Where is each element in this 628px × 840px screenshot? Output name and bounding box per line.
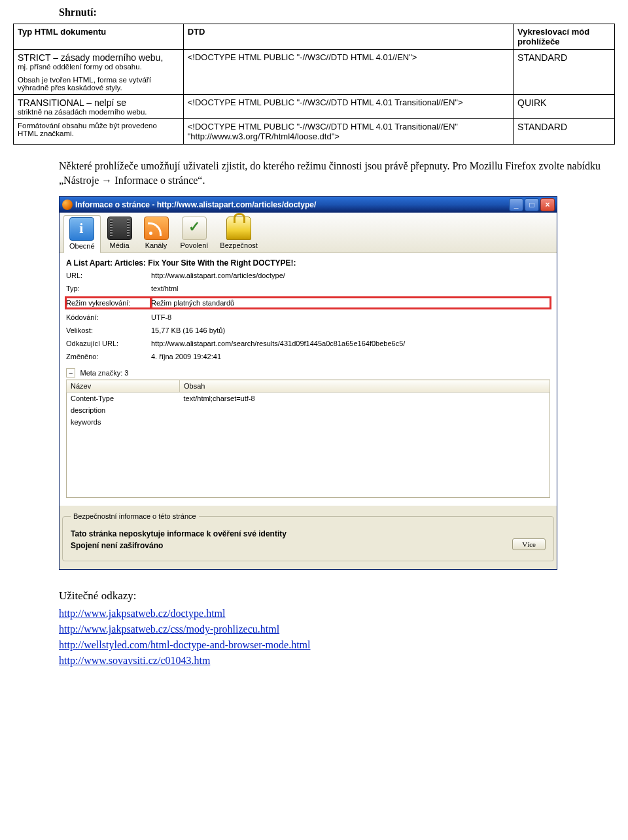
summary-table: Typ HTML dokumentu DTD Vykreslovací mód … bbox=[13, 24, 615, 145]
meta-name: description bbox=[67, 404, 180, 416]
meta-row[interactable]: description bbox=[67, 404, 550, 416]
filmstrip-icon bbox=[107, 217, 132, 240]
th-mode: Vykreslovací mód prohlížeče bbox=[514, 24, 615, 50]
referrer-value: http://www.alistapart.com/search/results… bbox=[151, 340, 550, 347]
security-identity-line: Tato stránka neposkytuje informace k ově… bbox=[71, 529, 512, 538]
meta-content bbox=[180, 416, 550, 428]
meta-table: Název Obsah Content-Type text/html;chars… bbox=[66, 379, 550, 498]
pageinfo-dialog: Informace o stránce - http://www.alistap… bbox=[59, 196, 557, 570]
link-4[interactable]: http://www.sovavsiti.cz/c01043.htm bbox=[59, 655, 615, 667]
close-button[interactable]: × bbox=[540, 198, 555, 211]
row2-type-sub1: striktně na zásadách moderního webu. bbox=[18, 108, 179, 116]
more-button[interactable]: Více bbox=[512, 538, 546, 550]
encoding-label: Kódování: bbox=[66, 313, 151, 321]
modified-value: 4. října 2009 19:42:41 bbox=[151, 353, 550, 360]
meta-header-row: Název Obsah bbox=[67, 380, 550, 393]
referrer-label: Odkazující URL: bbox=[66, 340, 151, 347]
meta-row[interactable]: keywords bbox=[67, 416, 550, 428]
security-legend: Bezpečnostní informace o této stránce bbox=[71, 512, 199, 520]
tab-feeds-label: Kanály bbox=[145, 241, 167, 249]
titlebar[interactable]: Informace o stránce - http://www.alistap… bbox=[60, 197, 557, 213]
tab-security-label: Bezpečnost bbox=[220, 241, 257, 249]
body-paragraph: Některé prohlížeče umožňují uživateli zj… bbox=[59, 159, 615, 187]
meta-content bbox=[180, 404, 550, 416]
meta-content: text/html;charset=utf-8 bbox=[180, 393, 550, 405]
row3-type-sub1: Formátování obsahu může být provedeno HT… bbox=[18, 122, 179, 137]
table-header-row: Typ HTML dokumentu DTD Vykreslovací mód … bbox=[14, 24, 615, 50]
meta-empty-space bbox=[67, 428, 550, 498]
link-2[interactable]: http://www.jakpsatweb.cz/css/mody-prohli… bbox=[59, 623, 615, 635]
meta-th-content[interactable]: Obsah bbox=[180, 380, 550, 393]
tab-permissions-label: Povolení bbox=[181, 241, 209, 249]
table-row: TRANSITIONAL – nelpí se striktně na zása… bbox=[14, 95, 615, 119]
meta-tags-label: Meta značky: 3 bbox=[80, 369, 129, 377]
row1-type-sub1: mj. přísné oddělení formy od obsahu. bbox=[18, 63, 179, 71]
url-label: URL: bbox=[66, 271, 151, 279]
tab-permissions[interactable]: Povolení bbox=[175, 215, 214, 253]
tab-media[interactable]: Média bbox=[102, 215, 137, 253]
tab-general[interactable]: Obecné bbox=[63, 215, 101, 253]
th-type: Typ HTML dokumentu bbox=[14, 24, 184, 50]
summary-title: Shrnutí: bbox=[59, 7, 615, 18]
modified-label: Změněno: bbox=[66, 353, 151, 360]
row3-mode: STANDARD bbox=[514, 119, 615, 145]
page-title-heading: A List Apart: Articles: Fix Your Site Wi… bbox=[66, 258, 550, 268]
meta-name: keywords bbox=[67, 416, 180, 428]
lock-icon bbox=[226, 217, 251, 240]
link-3[interactable]: http://wellstyled.com/html-doctype-and-b… bbox=[59, 639, 615, 651]
type-value: text/html bbox=[151, 285, 550, 292]
meta-name: Content-Type bbox=[67, 393, 180, 405]
type-label: Typ: bbox=[66, 285, 151, 292]
dialog-content: A List Apart: Articles: Fix Your Site Wi… bbox=[60, 253, 557, 506]
useful-links-title: Užitečné odkazy: bbox=[59, 589, 615, 603]
security-fieldset: Bezpečnostní informace o této stránce Ta… bbox=[62, 512, 554, 561]
row1-type-main: STRICT – zásady moderního webu, bbox=[18, 52, 179, 63]
render-mode-label: Režim vykreslování: bbox=[66, 298, 151, 308]
meta-row[interactable]: Content-Type text/html;charset=utf-8 bbox=[67, 393, 550, 405]
row1-dtd: <!DOCTYPE HTML PUBLIC "-//W3C//DTD HTML … bbox=[183, 50, 513, 95]
meta-th-name[interactable]: Název bbox=[67, 380, 180, 393]
encoding-value: UTF-8 bbox=[151, 313, 550, 321]
table-row: Formátování obsahu může být provedeno HT… bbox=[14, 119, 615, 145]
row2-dtd: <!DOCTYPE HTML PUBLIC "-//W3C//DTD HTML … bbox=[183, 95, 513, 119]
maximize-button[interactable]: □ bbox=[525, 198, 539, 211]
minimize-button[interactable]: _ bbox=[509, 198, 523, 211]
size-label: Velikost: bbox=[66, 326, 151, 334]
rss-icon bbox=[144, 217, 169, 240]
info-icon bbox=[69, 217, 94, 241]
security-encryption-line: Spojení není zašifrováno bbox=[71, 541, 512, 550]
tab-general-label: Obecné bbox=[69, 242, 95, 250]
link-1[interactable]: http://www.jakpsatweb.cz/doctype.html bbox=[59, 608, 615, 620]
size-value: 15,77 KB (16 146 bytů) bbox=[151, 326, 550, 334]
meta-section: − Meta značky: 3 Název Obsah Content-Typ… bbox=[66, 368, 550, 498]
tab-feeds[interactable]: Kanály bbox=[139, 215, 174, 253]
row1-mode: STANDARD bbox=[514, 50, 615, 95]
meta-collapse-button[interactable]: − bbox=[66, 368, 75, 377]
firefox-icon bbox=[62, 200, 73, 210]
tab-media-label: Média bbox=[110, 241, 130, 249]
tab-security[interactable]: Bezpečnost bbox=[215, 215, 262, 253]
row2-type-main: TRANSITIONAL – nelpí se bbox=[18, 97, 179, 108]
toolbar: Obecné Média Kanály Povolení Bezpečnost bbox=[60, 213, 557, 253]
url-value: http://www.alistapart.com/articles/docty… bbox=[151, 271, 550, 279]
dialog-footer-strip bbox=[60, 565, 557, 569]
row2-mode: QUIRK bbox=[514, 95, 615, 119]
render-mode-value: Režim platných standardů bbox=[151, 298, 550, 308]
row1-type-sub2: Obsah je tvořen HTML, forma se vytváří v… bbox=[18, 76, 179, 92]
table-row: STRICT – zásady moderního webu, mj. přís… bbox=[14, 50, 615, 95]
info-grid: URL: http://www.alistapart.com/articles/… bbox=[66, 271, 550, 360]
row3-dtd: <!DOCTYPE HTML PUBLIC "-//W3C//DTD HTML … bbox=[183, 119, 513, 145]
checkmark-icon bbox=[182, 217, 207, 240]
th-dtd: DTD bbox=[183, 24, 513, 50]
window-title: Informace o stránce - http://www.alistap… bbox=[75, 200, 316, 209]
